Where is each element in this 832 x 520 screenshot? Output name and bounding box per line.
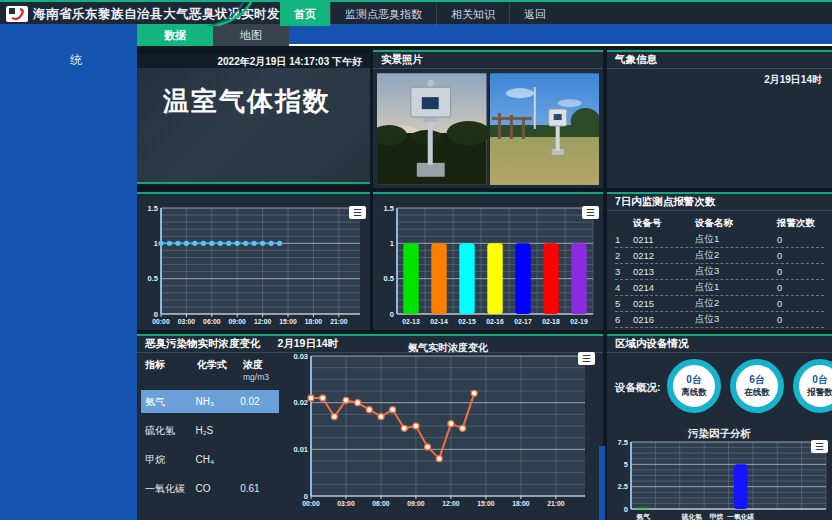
pollutant-value: 0.61 [240,483,279,494]
device-name: 点位3 [695,265,777,278]
device-stat-circle: 0台离线数 [667,359,721,413]
svg-text:12:00: 12:00 [442,500,460,507]
row-index: 2 [615,250,633,261]
odor-title-text: 恶臭污染物实时浓度变化 [145,337,261,349]
title-wrapped-char: 统 [70,52,82,69]
alarm-col-header: 设备号 [633,217,695,230]
nav-item[interactable]: 返回 [509,2,560,26]
alarm-col-header: 设备名称 [695,217,777,230]
nav-item[interactable]: 首页 [280,2,330,26]
svg-text:02-18: 02-18 [542,318,560,325]
alarm-count: 0 [777,250,824,261]
svg-text:21:00: 21:00 [330,318,348,325]
table-row: 60216点位30 [615,312,824,328]
svg-text:7.5: 7.5 [618,438,628,447]
device-stat-circle: 0台报警数 [793,359,832,413]
svg-text:09:00: 09:00 [229,318,247,325]
list-item[interactable]: 硫化氢H₂S [141,419,279,442]
svg-text:00:00: 00:00 [152,318,170,325]
svg-text:0.01: 0.01 [293,445,308,454]
greenhouse-trend-chart[interactable]: 00.511.500:0003:0006:0009:0012:0015:0018… [141,202,374,332]
svg-text:0: 0 [624,505,628,514]
list-item[interactable]: 氨气NH₃0.02 [141,390,279,413]
pollutant-name: 氨气 [145,395,196,409]
ammonia-trend-chart[interactable]: 00.010.020.0300:0003:0006:0009:0012:0015… [283,340,599,518]
pollutant-formula: CO [196,483,241,494]
greeting-panel: 2022年2月19日 14:17:03 下午好 温室气体指数 [137,54,370,184]
stat-name: 报警数 [807,387,832,399]
svg-text:0.5: 0.5 [384,274,394,283]
site-logo-icon [6,6,28,22]
background-accent [599,446,605,520]
svg-text:02-13: 02-13 [402,318,420,325]
svg-text:2.5: 2.5 [618,482,628,491]
pollutant-name: 甲烷 [145,453,196,467]
row-index: 6 [615,314,633,325]
svg-text:02-15: 02-15 [458,318,476,325]
odor-table: 指标化学式浓度mg/m3氨气NH₃0.02硫化氢H₂S甲烷CH₄一氧化碳CO0.… [137,354,283,500]
logo-glyph [6,6,28,22]
table-row: 40214点位10 [615,280,824,296]
photos-panel-title: 实景照片 [373,52,603,69]
chart-menu-icon[interactable]: ☰ [811,440,828,453]
daily-index-panel: 00.511.502-1302-1402-1502-1602-1702-1802… [373,192,603,330]
svg-text:09:00: 09:00 [407,500,425,507]
svg-text:15:00: 15:00 [279,318,297,325]
main-nav: 首页监测点恶臭指数相关知识返回 [280,2,560,26]
alarm-col-header: 报警次数 [777,217,824,230]
svg-text:03:00: 03:00 [337,500,355,507]
devices-panel: 区域内设备情况 设备概况: 0台离线数6台在线数0台报警数 污染因子分析 02.… [607,334,832,520]
chart-menu-icon[interactable]: ☰ [349,206,366,219]
list-item[interactable]: 一氧化碳CO0.61 [141,477,279,500]
svg-text:15:00: 15:00 [477,500,495,507]
weather-time: 2月19日14时 [607,69,832,91]
nav-item[interactable]: 相关知识 [436,2,509,26]
stat-count: 0台 [686,373,702,387]
datetime-text: 2022年2月19日 14:17:03 下午好 [137,54,370,68]
tab-item[interactable]: 数据 [137,24,213,46]
svg-text:一氧化碳: 一氧化碳 [727,513,754,520]
alarm-count: 0 [777,298,824,309]
svg-text:00:00: 00:00 [302,500,320,507]
devices-panel-title: 区域内设备情况 [607,336,832,353]
alarm-table: 设备号设备名称报警次数10211点位1020212点位2030213点位3040… [607,211,832,328]
tabs-row-filler [289,24,832,46]
table-row: 10211点位10 [615,232,824,248]
station-photo-right[interactable] [490,73,600,185]
device-stat-circle: 6台在线数 [730,359,784,413]
pollution-factor-chart[interactable]: 02.557.5氨气硫化氢甲烷一氧化碳 ☰ [611,438,832,520]
alarm-panel-title: 7日内监测点报警次数 [607,194,832,211]
stat-count: 0台 [812,373,828,387]
svg-text:12:00: 12:00 [254,318,272,325]
svg-text:1.5: 1.5 [384,204,394,213]
svg-text:18:00: 18:00 [305,318,323,325]
dashboard-app: 海南省乐东黎族自治县大气恶臭状况实时发布系 首页监测点恶臭指数相关知识返回 统 … [0,0,832,520]
odor-col-header: 指标 [145,358,197,382]
svg-text:氨气实时浓度变化: 氨气实时浓度变化 [407,342,489,353]
svg-text:0.02: 0.02 [293,398,308,407]
svg-text:0.5: 0.5 [148,274,158,283]
svg-text:0: 0 [390,310,394,319]
station-photo-left[interactable] [377,73,487,185]
row-index: 4 [615,282,633,293]
device-name: 点位2 [695,249,777,262]
device-stats-label: 设备概况: [615,381,661,395]
top-header-bar: 海南省乐东黎族自治县大气恶臭状况实时发布系 首页监测点恶臭指数相关知识返回 [0,0,832,24]
svg-text:氨气: 氨气 [635,513,650,520]
alarm-table-header: 设备号设备名称报警次数 [615,215,824,232]
nav-item[interactable]: 监测点恶臭指数 [330,2,436,26]
photo-row [373,69,603,185]
page-left-background: 统 [0,24,137,520]
stat-name: 在线数 [744,387,770,399]
chart-menu-icon[interactable]: ☰ [582,206,599,219]
pollutant-formula: H₂S [196,425,241,436]
svg-text:0.03: 0.03 [293,352,308,361]
device-name: 点位1 [695,281,777,294]
chart-menu-icon[interactable]: ☰ [578,352,595,365]
tab-item[interactable]: 地图 [213,24,289,46]
svg-text:硫化氢: 硫化氢 [681,513,703,520]
device-id: 0215 [633,298,695,309]
list-item[interactable]: 甲烷CH₄ [141,448,279,471]
table-row: 20212点位20 [615,248,824,264]
daily-index-chart[interactable]: 00.511.502-1302-1402-1502-1602-1702-1802… [377,202,607,332]
